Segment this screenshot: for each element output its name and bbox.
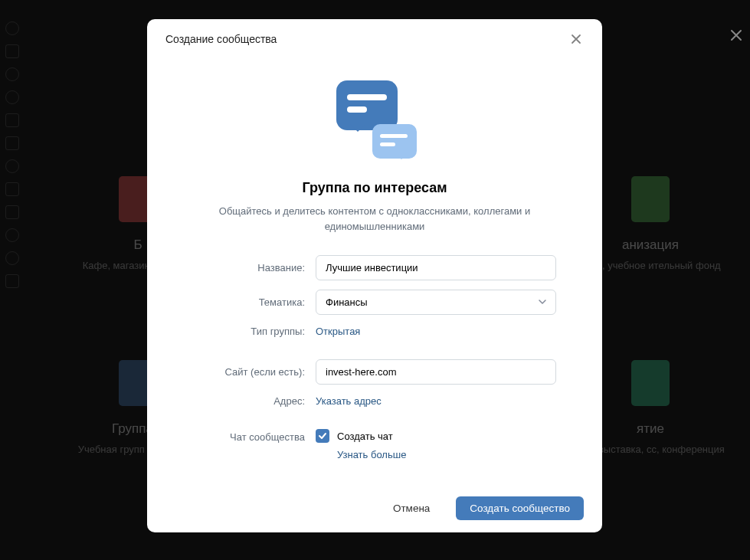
- form-row-chat: Чат сообщества Создать чат: [193, 429, 556, 443]
- form-row-name: Название:: [193, 255, 556, 280]
- community-form: Название: Тематика: Тип группы: Открытая: [193, 255, 556, 461]
- close-button[interactable]: [568, 31, 584, 47]
- address-label: Адрес:: [193, 395, 316, 407]
- hero-illustration: [329, 80, 421, 165]
- modal-title: Создание сообщества: [165, 33, 277, 45]
- form-row-type: Тип группы: Открытая: [193, 324, 556, 338]
- create-chat-label: Создать чат: [337, 431, 393, 442]
- site-label: Сайт (если есть):: [193, 366, 316, 378]
- hero-description: Общайтесь и делитесь контентом с однокла…: [193, 204, 556, 234]
- cancel-button[interactable]: Отмена: [379, 496, 444, 520]
- hero-title: Группа по интересам: [193, 180, 556, 196]
- topic-select[interactable]: [316, 290, 556, 315]
- form-row-address: Адрес: Указать адрес: [193, 394, 556, 408]
- form-row-topic: Тематика:: [193, 290, 556, 315]
- modal-body: Группа по интересам Общайтесь и делитесь…: [147, 57, 602, 484]
- chat-bubble-icon: [336, 80, 398, 130]
- create-community-button[interactable]: Создать сообщество: [456, 496, 584, 520]
- modal-header: Создание сообщества: [147, 19, 602, 57]
- set-address-link[interactable]: Указать адрес: [316, 395, 382, 407]
- learn-more-link[interactable]: Узнать больше: [337, 449, 406, 460]
- group-type-link[interactable]: Открытая: [316, 326, 360, 337]
- create-community-modal: Создание сообщества Группа по интересам …: [147, 19, 602, 532]
- chat-label: Чат сообщества: [193, 429, 316, 443]
- checkmark-icon: [318, 431, 327, 440]
- name-label: Название:: [193, 262, 316, 273]
- name-input[interactable]: [316, 255, 556, 280]
- site-input[interactable]: [316, 359, 556, 385]
- close-icon: [570, 33, 582, 45]
- create-chat-checkbox[interactable]: [316, 429, 329, 443]
- modal-footer: Отмена Создать сообщество: [147, 484, 602, 532]
- type-label: Тип группы:: [193, 326, 316, 337]
- outer-close-icon[interactable]: [729, 26, 744, 47]
- chat-bubble-icon: [372, 124, 417, 159]
- topic-label: Тематика:: [193, 296, 316, 308]
- form-row-site: Сайт (если есть):: [193, 359, 556, 385]
